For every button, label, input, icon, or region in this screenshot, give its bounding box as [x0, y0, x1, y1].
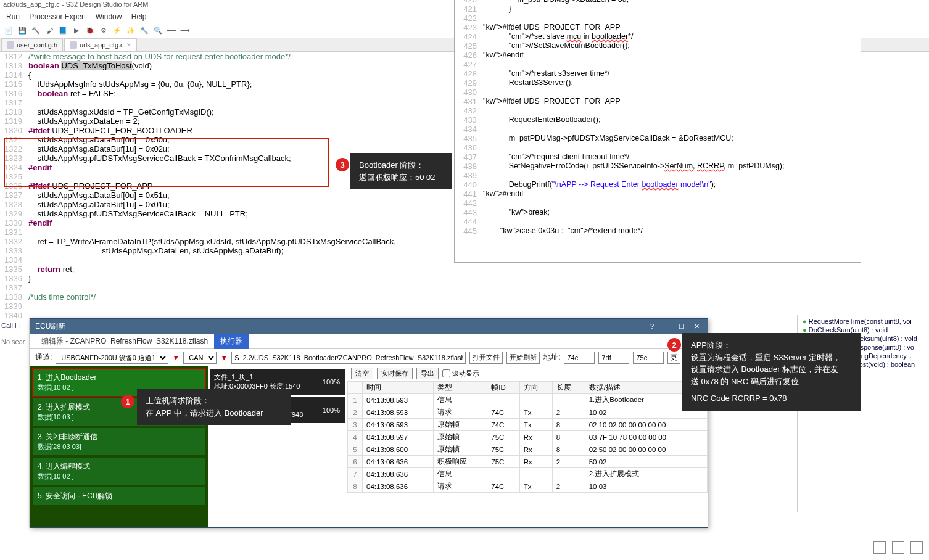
badge-3: 3	[336, 158, 349, 171]
wand-icon[interactable]: ✨	[126, 26, 136, 36]
callout-2: APP阶段：设置为编程会话，重启 S3Server 定时器，设置请求进入 Boo…	[682, 333, 861, 411]
col-header[interactable]: 类型	[433, 382, 487, 394]
col-header[interactable]: 方向	[519, 382, 552, 394]
ecu-title: ECU刷新	[35, 321, 65, 332]
h-file-icon	[7, 41, 14, 49]
outline-item[interactable]: ● RequestMoreTime(const uint8, voi	[800, 317, 927, 326]
export-button[interactable]: 导出	[416, 368, 439, 379]
tab-editor[interactable]: 编辑器 - ZCANPRO_RefreshFlow_S32K118.zflash	[35, 334, 214, 349]
table-row[interactable]: 204:13:08.593请求74CTx210 02	[348, 406, 708, 419]
clear-button[interactable]: 清空	[351, 368, 373, 379]
tab-user-config[interactable]: user_config.h	[1, 38, 63, 51]
col-header[interactable]: 长度	[552, 382, 585, 394]
open-file-button[interactable]: 打开文件	[469, 352, 503, 364]
side-strip: Call H No sear	[0, 318, 30, 528]
can-select[interactable]: CAN	[183, 352, 217, 364]
table-row[interactable]: 704:13:08.636信息2.进入扩展模式	[348, 468, 708, 480]
channel-label: 通道:	[35, 352, 52, 363]
menu-pe[interactable]: Processor Expert	[29, 12, 86, 21]
ecu-titlebar[interactable]: ECU刷新 ? — ☐ ✕	[30, 319, 708, 334]
scroll-checkbox[interactable]: 滚动显示	[442, 369, 479, 378]
badge-1: 1	[121, 395, 134, 408]
call-h-label: Call H	[0, 318, 29, 333]
step-item[interactable]: 5. 安全访问 - ECU解锁	[33, 487, 205, 505]
book-icon[interactable]: 📘	[58, 26, 68, 36]
view-mode-icons[interactable]	[873, 541, 923, 554]
badge-2: 2	[667, 338, 681, 352]
step-item[interactable]: 4. 进入编程模式数据[10 02 ]	[33, 458, 205, 485]
save-icon[interactable]: 💾	[17, 26, 27, 36]
table-row[interactable]: 104:13:08.593信息1.进入Bootloader	[348, 394, 708, 406]
ecu-tabbar: 编辑器 - ZCANPRO_RefreshFlow_S32K118.zflash…	[30, 334, 708, 349]
log-panel: 清空 实时保存 导出 滚动显示 时间类型帧ID方向长度数据/描述104:13:0…	[347, 366, 708, 527]
search-icon[interactable]: 🔍	[153, 26, 163, 36]
log-table[interactable]: 时间类型帧ID方向长度数据/描述104:13:08.593信息1.进入Bootl…	[347, 381, 708, 493]
addr3-input[interactable]	[633, 352, 664, 364]
addr1-input[interactable]	[564, 352, 595, 364]
addr-label: 地址:	[543, 352, 560, 363]
device-select[interactable]: USBCANFD-200U 设备0 通道1	[56, 352, 168, 364]
new-icon[interactable]: 📄	[4, 26, 14, 36]
help-icon[interactable]: ?	[646, 321, 658, 332]
tab-uds-app-cfg[interactable]: uds_app_cfg.c✕	[64, 38, 137, 51]
grid1-icon[interactable]	[873, 541, 886, 554]
warn-icon: ▼	[172, 353, 180, 362]
nav-back-icon[interactable]: ⟵	[167, 26, 176, 36]
ecu-window[interactable]: ECU刷新 ? — ☐ ✕ 编辑器 - ZCANPRO_RefreshFlow_…	[30, 318, 708, 528]
run-icon[interactable]: ▶	[72, 26, 81, 36]
menu-help[interactable]: Help	[131, 12, 147, 21]
callout-3: Bootloader 阶段：返回积极响应：50 02	[350, 153, 452, 189]
close-icon[interactable]: ✕	[126, 42, 131, 48]
editor-right[interactable]: 4154164174184194204214224234244254264274…	[454, 0, 861, 263]
bolt-icon[interactable]: ⚡	[112, 26, 122, 36]
step-item[interactable]: 3. 关闭非诊断通信数据[28 03 03]	[33, 428, 205, 455]
c-file-icon	[70, 41, 77, 49]
menu-window[interactable]: Window	[96, 12, 122, 21]
minimize-icon[interactable]: —	[661, 321, 673, 332]
hammer-icon[interactable]: 🔨	[31, 26, 41, 36]
addr2-input[interactable]	[598, 352, 629, 364]
table-row[interactable]: 604:13:08.636积极响应75CRx250 02	[348, 456, 708, 468]
table-row[interactable]: 304:13:08.593原始帧74CTx802 10 02 00 00 00 …	[348, 419, 708, 431]
callout-1: 上位机请求阶段：在 APP 中，请求进入 Bootloader	[137, 389, 291, 425]
save-button[interactable]: 实时保存	[377, 368, 413, 379]
path-input[interactable]	[231, 352, 466, 364]
spray-icon[interactable]: 🖌	[44, 26, 54, 36]
table-row[interactable]: 804:13:08.636请求74CTx210 03	[348, 480, 708, 493]
col-header[interactable]: 帧ID	[487, 382, 519, 394]
ecu-toolbar: 通道: USBCANFD-200U 设备0 通道1▼ CAN▼ 打开文件 开始刷…	[30, 349, 708, 366]
nav-fwd-icon[interactable]: ⟶	[180, 26, 190, 36]
maximize-icon[interactable]: ☐	[675, 321, 688, 332]
tab-exec[interactable]: 执行器	[214, 334, 249, 349]
gear-icon[interactable]: ⚙	[99, 26, 109, 36]
warn-icon: ▼	[220, 353, 228, 362]
start-refresh-button[interactable]: 开始刷新	[506, 352, 540, 364]
menu-run[interactable]: Run	[6, 12, 20, 21]
grid3-icon[interactable]	[910, 541, 923, 554]
wrench-icon[interactable]: 🔧	[139, 26, 149, 36]
no-search: No sear	[0, 333, 29, 350]
debug-icon[interactable]: 🐞	[85, 26, 95, 36]
table-row[interactable]: 404:13:08.597原始帧75CRx803 7F 10 78 00 00 …	[348, 431, 708, 443]
close-icon[interactable]: ✕	[690, 321, 703, 332]
grid2-icon[interactable]	[892, 541, 904, 554]
table-row[interactable]: 504:13:08.600原始帧75CRx802 50 02 00 00 00 …	[348, 443, 708, 456]
highlight-bootloader-block	[4, 138, 329, 187]
log-toolbar: 清空 实时保存 导出 滚动显示	[347, 366, 708, 381]
col-header[interactable]: 时间	[363, 382, 434, 394]
more-button[interactable]: 更	[667, 352, 680, 364]
